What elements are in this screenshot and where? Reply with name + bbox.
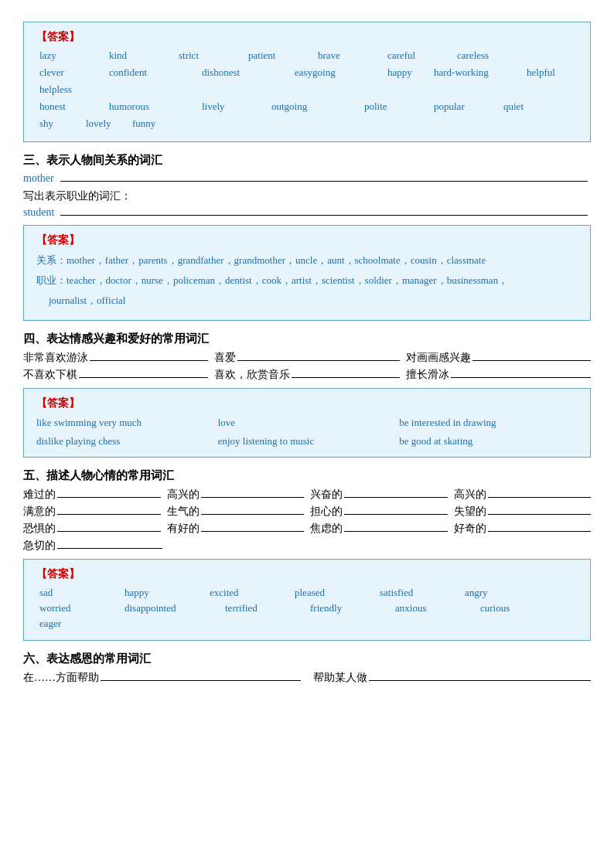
word-patient: patient [245,49,315,63]
answer-box-2: 【答案】 关系：mother，father，parents，grandfathe… [23,225,591,321]
hobby-item-6: 擅长滑冰 [406,368,591,382]
word-funny: funny [129,117,176,131]
student-line: student [23,206,591,219]
hobby-underline-3 [472,360,591,361]
relations-label: 关系： [36,254,67,266]
em-item-8: 失望的 [454,505,592,519]
em-item-11: 焦虑的 [310,522,448,536]
hobby-answer-grid: like swimming very much love be interest… [36,415,578,449]
em-ans-9: terrified [222,601,307,615]
word-helpful: helpful [524,66,570,80]
emotion-ans-row1: sad happy excited pleased satisfied angr… [36,586,578,600]
em-ul-10 [201,531,305,532]
word-careful: careful [384,49,454,63]
hobby-ans-3: love [218,415,397,431]
relations-text: 关系：mother，father，parents，grandfather，gra… [36,252,578,269]
hobby-label-2: 喜爱 [214,351,236,365]
mother-label: mother [23,172,54,185]
section5-title: 六、表达感恩的常用词汇 [23,652,591,666]
em-label-12: 好奇的 [454,522,486,536]
em-ul-3 [344,497,448,498]
gratitude-item-1: 在……方面帮助 [23,671,301,685]
em-label-3: 兴奋的 [310,488,343,502]
word-shy: shy [36,117,83,131]
em-label-5: 满意的 [23,505,56,519]
hobby-ans-4: enjoy listening to music [218,434,397,449]
hobby-label-6: 擅长滑冰 [406,368,449,382]
jobs-extra-text: journalist，official [36,292,578,309]
hobby-item-1: 非常喜欢游泳 [23,351,208,365]
em-ans-13: eager [36,617,98,631]
em-label-1: 难过的 [23,488,56,502]
em-item-1: 难过的 [23,488,161,502]
em-item-10: 有好的 [167,522,305,536]
em-ans-7: worried [36,601,121,615]
hobby-ans-1: like swimming very much [36,415,215,431]
answer-title-2: 【答案】 [36,233,578,247]
mother-line: mother [23,172,591,185]
em-item-3: 兴奋的 [310,488,448,502]
answer-row-2: clever confident dishonest easygoing hap… [36,66,578,97]
hobby-label-4: 不喜欢下棋 [23,368,77,382]
gratitude-item-2: 帮助某人做 [313,671,591,685]
word-happy: happy [384,66,431,80]
hobby-labels-grid: 非常喜欢游泳 喜爱 对画画感兴趣 不喜欢下棋 喜欢，欣赏音乐 擅长滑冰 [23,351,591,382]
em-item-6: 生气的 [167,505,305,519]
hobby-item-5: 喜欢，欣赏音乐 [214,368,399,382]
word-careless: careless [454,49,524,63]
em-ans-2: happy [121,586,206,600]
jobs-text: 职业：teacher，doctor，nurse，policeman，dentis… [36,272,578,289]
hobby-underline-6 [451,377,591,378]
em-item-5: 满意的 [23,505,161,519]
hobby-underline-5 [292,377,399,378]
hobby-label-5: 喜欢，欣赏音乐 [214,368,290,382]
section3-title: 四、表达情感兴趣和爱好的常用词汇 [23,332,591,346]
em-ul-4 [488,497,592,498]
emotion-ans-row2: worried disappointed terrified friendly … [36,601,578,631]
em-item-9: 恐惧的 [23,522,161,536]
answer-box-1: 【答案】 lazy kind strict patient brave care… [23,22,591,142]
answer-box-3: 【答案】 like swimming very much love be int… [23,388,591,458]
em-ul-11 [344,531,448,532]
word-confident: confident [106,66,199,80]
hobby-ans-2: dislike playing chess [36,434,215,449]
word-lively: lively [199,100,268,114]
hobby-ans-6: be good at skating [399,434,578,449]
relations-words: mother，father，parents，grandfather，grandm… [67,254,486,266]
word-lovely: lovely [83,117,129,131]
em-ul-1 [57,497,161,498]
word-clever: clever [36,66,106,80]
answer-row-1: lazy kind strict patient brave careful c… [36,49,578,63]
em-ans-10: friendly [307,601,392,615]
word-dishonest: dishonest [199,66,292,80]
em-ul-8 [488,514,592,515]
gratitude-label-2: 帮助某人做 [313,671,367,685]
word-lazy: lazy [36,49,106,63]
hobby-underline-2 [237,360,399,361]
hobby-item-3: 对画画感兴趣 [406,351,591,365]
em-label-6: 生气的 [167,505,200,519]
answer-box-4: 【答案】 sad happy excited pleased satisfied… [23,559,591,641]
em-ul-2 [201,497,305,498]
student-underline [60,215,588,216]
student-label: student [23,206,54,219]
word-popular: popular [431,100,500,114]
answer-row-3: honest humorous lively outgoing polite p… [36,100,578,131]
em-label-10: 有好的 [167,522,200,536]
word-helpless: helpless [36,83,83,97]
hobby-item-2: 喜爱 [214,351,399,365]
hobby-underline-4 [79,377,208,378]
hobby-label-3: 对画画感兴趣 [406,351,471,365]
jobs-label: 职业： [36,274,67,286]
em-label-2: 高兴的 [167,488,200,502]
word-hard-working: hard-working [431,66,524,80]
em-item-12: 好奇的 [454,522,592,536]
gratitude-ul-1 [101,680,301,681]
hobby-label-1: 非常喜欢游泳 [23,351,88,365]
mother-underline [60,181,588,182]
section2-intro: 写出表示职业的词汇： [23,189,591,203]
answer-title-1: 【答案】 [36,30,578,44]
em-ans-5: satisfied [377,586,462,600]
em-ans-12: curious [477,601,562,615]
em-ul-6 [201,514,305,515]
